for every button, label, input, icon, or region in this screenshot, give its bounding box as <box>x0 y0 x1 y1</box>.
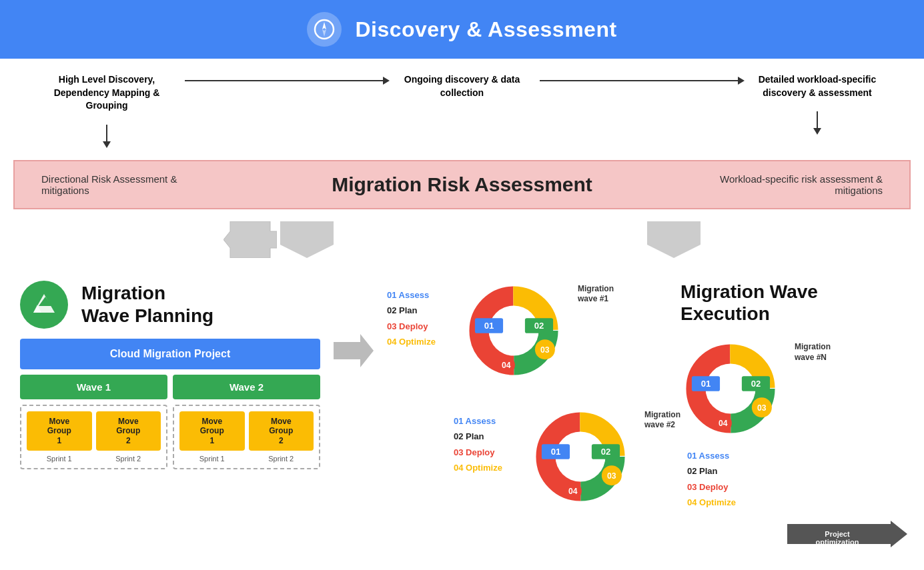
svg-text:03: 03 <box>757 403 767 413</box>
wave1-sprint1-label: Sprint 1 <box>27 455 92 463</box>
wave2-legend-02: 02 Plan <box>454 429 520 444</box>
wave2-legend-03: 03 Deploy <box>454 445 520 460</box>
wave2-legend-04: 04 Optimize <box>454 460 520 475</box>
wave1-group: MoveGroup1 MoveGroup2 Sprint 1 Sprint 2 <box>20 405 167 469</box>
wave2-donut-container: 01 02 03 04 Migrationwave #2 <box>530 407 630 509</box>
disc-right: Detailed workload-specific discovery & a… <box>751 73 884 135</box>
big-arrow-left <box>223 221 333 261</box>
svg-text:04: 04 <box>719 419 728 428</box>
svg-text:01: 01 <box>551 447 561 457</box>
exec-legend-01: 01 Assess <box>687 448 907 463</box>
waveN-diagram: 01 02 03 04 Migrationwave #N <box>680 339 907 441</box>
svg-text:02: 02 <box>534 321 544 331</box>
legend-04-optimize: 04 Optimize <box>387 334 454 349</box>
wave2-donut: 01 02 03 04 <box>530 407 630 507</box>
wave1-box: Wave 1 <box>20 375 167 399</box>
compass-icon <box>307 12 342 47</box>
disc-arrow-1 <box>173 73 396 81</box>
wave1-diagram: 01 Assess 02 Plan 03 Deploy 04 Optimize <box>387 281 667 383</box>
wave-planning-header: MigrationWave Planning <box>20 281 320 329</box>
disc-middle: Ongoing discovery & data collection <box>396 73 529 99</box>
wave1-badge: Migrationwave #1 <box>578 284 614 305</box>
project-box: Cloud Migration Project <box>20 339 320 369</box>
risk-title: Migration Risk Assessment <box>208 173 716 196</box>
main-content: MigrationWave Planning Cloud Migration P… <box>0 267 924 561</box>
project-opt-arrow: Project optimization <box>787 521 907 547</box>
risk-right: Workload-specific risk assessment & miti… <box>716 173 883 196</box>
svg-marker-1 <box>322 22 326 29</box>
svg-marker-3 <box>223 221 277 258</box>
svg-text:03: 03 <box>540 345 550 355</box>
svg-text:optimization: optimization <box>816 538 859 546</box>
svg-marker-2 <box>322 29 326 37</box>
svg-text:Project: Project <box>825 530 850 538</box>
wave2-move-groups: MoveGroup1 MoveGroup2 <box>179 411 314 451</box>
risk-left: Directional Risk Assessment & mitigation… <box>41 173 208 196</box>
exec-legend-area: 01 Assess 02 Plan 03 Deploy 04 Optimize <box>687 448 907 511</box>
project-opt-container: Project optimization <box>787 521 907 547</box>
arrows-row <box>0 215 924 267</box>
waves-row: Wave 1 Wave 2 <box>20 375 320 399</box>
svg-text:02: 02 <box>751 379 761 389</box>
svg-text:01: 01 <box>484 321 494 331</box>
exec-legend-04: 04 Optimize <box>687 495 907 510</box>
waveN-donut-container: 01 02 03 04 Migrationwave #N <box>680 339 781 441</box>
execution-title: Migration WaveExecution <box>680 281 907 325</box>
wave1-mg2: MoveGroup2 <box>96 411 161 451</box>
waveN-badge: Migrationwave #N <box>795 342 831 363</box>
legend-03-deploy: 03 Deploy <box>387 319 454 334</box>
wave1-donut: 01 02 03 04 <box>464 281 564 381</box>
disc-left: High Level Discovery, Dependency Mapping… <box>40 73 173 148</box>
waveN-donut: 01 02 03 04 <box>680 339 781 439</box>
wave2-sprints: Sprint 1 Sprint 2 <box>179 455 314 463</box>
wave2-box: Wave 2 <box>173 375 320 399</box>
wave1-legend: 01 Assess 02 Plan 03 Deploy 04 Optimize <box>387 281 454 350</box>
wave1-donut-container: 01 02 03 04 Migrationwave #1 <box>464 281 564 383</box>
wave1-move-groups: MoveGroup1 MoveGroup2 <box>27 411 161 451</box>
wave2-badge: Migrationwave #2 <box>644 410 680 431</box>
svg-text:04: 04 <box>502 361 511 370</box>
panel-arrow <box>334 281 374 367</box>
exec-legend-02: 02 Plan <box>687 463 907 479</box>
svg-text:04: 04 <box>568 487 578 496</box>
wave2-legend-01: 01 Assess <box>454 413 520 429</box>
wave1-sprint2-label: Sprint 2 <box>96 455 161 463</box>
risk-band: Directional Risk Assessment & mitigation… <box>13 160 911 209</box>
execution-panel: Migration WaveExecution 01 02 03 04 <box>680 281 907 547</box>
wave2-sprint1-label: Sprint 1 <box>179 455 245 463</box>
wave2-legend: 01 Assess 02 Plan 03 Deploy 04 Optimize <box>454 407 520 476</box>
legend-01-assess: 01 Assess <box>387 287 454 303</box>
mountain-icon <box>20 281 68 329</box>
wave-planning-panel: MigrationWave Planning Cloud Migration P… <box>20 281 320 469</box>
svg-marker-5 <box>280 221 334 258</box>
wave-planning-title: MigrationWave Planning <box>81 282 213 327</box>
svg-marker-10 <box>334 334 374 367</box>
move-groups-outer: MoveGroup1 MoveGroup2 Sprint 1 Sprint 2 … <box>20 405 320 469</box>
wave2-mg1: MoveGroup1 <box>179 411 245 451</box>
header-title: Discovery & Assessment <box>355 17 616 42</box>
discovery-row: High Level Discovery, Dependency Mapping… <box>0 59 924 155</box>
wave2-sprint2-label: Sprint 2 <box>249 455 314 463</box>
exec-legend-03: 03 Deploy <box>687 479 907 495</box>
header-bar: Discovery & Assessment <box>0 0 924 59</box>
svg-marker-6 <box>647 221 701 258</box>
wave1-sprints: Sprint 1 Sprint 2 <box>27 455 161 463</box>
wave2-group: MoveGroup1 MoveGroup2 Sprint 1 Sprint 2 <box>173 405 320 469</box>
wave1-mg1: MoveGroup1 <box>27 411 92 451</box>
big-arrow-right <box>647 221 701 261</box>
disc-arrow-2 <box>529 73 751 81</box>
svg-text:03: 03 <box>607 471 616 481</box>
wave-diagrams-panel: 01 Assess 02 Plan 03 Deploy 04 Optimize <box>387 281 667 513</box>
svg-text:01: 01 <box>701 379 711 389</box>
wave2-diagram: 01 Assess 02 Plan 03 Deploy 04 Optimize … <box>454 407 667 509</box>
wave2-mg2: MoveGroup2 <box>249 411 314 451</box>
legend-02-plan: 02 Plan <box>387 303 454 318</box>
svg-text:02: 02 <box>601 447 611 457</box>
